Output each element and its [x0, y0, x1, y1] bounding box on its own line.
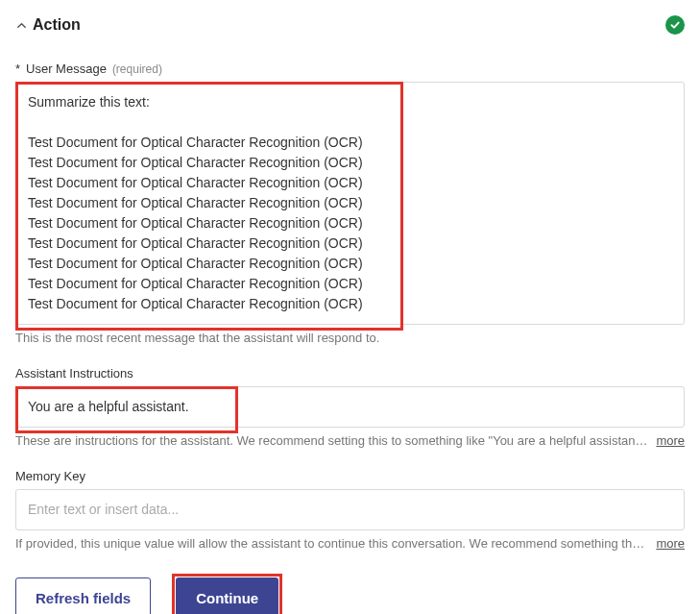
section-title: Action: [33, 16, 81, 34]
memory-key-label: Memory Key: [15, 469, 85, 483]
refresh-fields-button[interactable]: Refresh fields: [15, 577, 151, 614]
action-section: Action * User Message (required) Summari…: [0, 0, 700, 614]
assistant-instructions-input[interactable]: You are a helpful assistant.: [15, 386, 685, 428]
required-asterisk: *: [15, 61, 20, 76]
assistant-instructions-helper: These are instructions for the assistant…: [15, 433, 648, 448]
user-message-label-row: * User Message (required): [15, 61, 685, 76]
required-hint: (required): [112, 62, 162, 76]
assistant-instructions-highlight: You are a helpful assistant.: [15, 386, 685, 428]
user-message-helper: This is the most recent message that the…: [15, 331, 685, 345]
user-message-highlight: Summarize this text: Test Document for O…: [15, 82, 685, 325]
assistant-instructions-label: Assistant Instructions: [15, 366, 133, 381]
memory-key-input[interactable]: [15, 489, 685, 530]
user-message-label: User Message: [26, 61, 107, 76]
memory-key-field: Memory Key If provided, this unique valu…: [15, 469, 685, 551]
user-message-input[interactable]: Summarize this text: Test Document for O…: [15, 82, 685, 325]
memory-key-label-row: Memory Key: [15, 469, 685, 483]
user-message-field: * User Message (required) Summarize this…: [15, 61, 685, 345]
memory-key-helper: If provided, this unique value will allo…: [15, 536, 648, 551]
continue-button[interactable]: Continue: [176, 577, 278, 614]
assistant-instructions-more-link[interactable]: more: [656, 433, 685, 448]
section-header-left: Action: [15, 16, 81, 34]
continue-highlight: Continue: [176, 577, 278, 614]
assistant-instructions-label-row: Assistant Instructions: [15, 366, 685, 381]
memory-key-more-link[interactable]: more: [656, 536, 685, 551]
user-message-helper-row: This is the most recent message that the…: [15, 331, 685, 345]
section-header: Action: [15, 15, 685, 35]
memory-key-helper-row: If provided, this unique value will allo…: [15, 536, 685, 551]
chevron-up-icon[interactable]: [15, 19, 27, 31]
assistant-instructions-helper-row: These are instructions for the assistant…: [15, 433, 685, 448]
assistant-instructions-field: Assistant Instructions You are a helpful…: [15, 366, 685, 448]
status-complete-icon: [665, 15, 685, 35]
button-row: Refresh fields Continue: [15, 577, 685, 614]
